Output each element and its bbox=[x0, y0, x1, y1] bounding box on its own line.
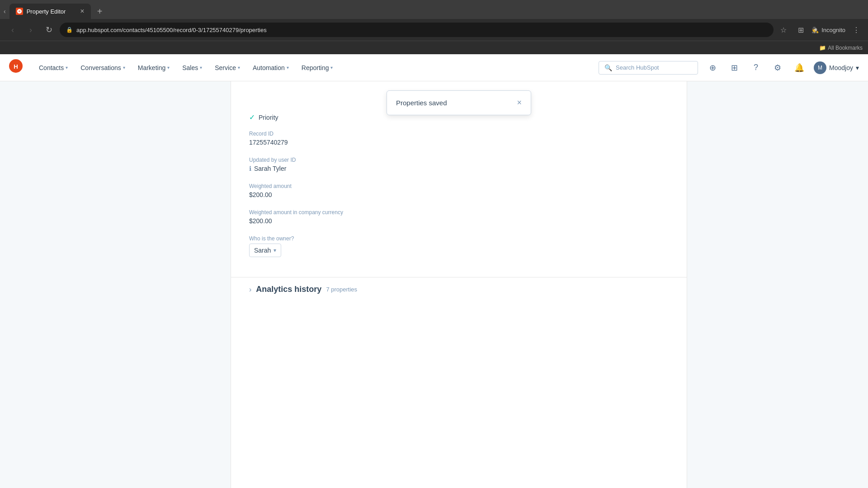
apps-icon[interactable]: ⊞ bbox=[727, 61, 741, 75]
tab-title: Property Editor bbox=[27, 8, 77, 15]
topnav-right: 🔍 ⊕ ⊞ ? ⚙ 🔔 M Moodjoy ▾ bbox=[599, 61, 859, 75]
analytics-count: 7 properties bbox=[326, 286, 357, 293]
hs-logo[interactable]: H bbox=[9, 59, 23, 76]
field-owner: Who is the owner? Sarah ▾ bbox=[249, 235, 669, 257]
nav-item-contacts[interactable]: Contacts ▾ bbox=[33, 61, 73, 75]
forward-btn[interactable]: › bbox=[24, 23, 38, 37]
notifications-icon[interactable]: 🔔 bbox=[792, 61, 807, 75]
owner-dropdown-arrow: ▾ bbox=[274, 247, 276, 253]
nav-item-conversations[interactable]: Conversations ▾ bbox=[75, 61, 131, 75]
checkmark-icon: ✓ bbox=[249, 113, 255, 122]
browser-chrome: ‹ Property Editor × + ‹ › ↻ 🔒 app.hubspo… bbox=[0, 0, 868, 54]
main-nav: Contacts ▾ Conversations ▾ Marketing ▾ S… bbox=[33, 61, 599, 75]
field-weighted-amount: Weighted amount $200.00 bbox=[249, 183, 669, 198]
tab-close-btn[interactable]: × bbox=[80, 8, 84, 15]
weighted-amount-value: $200.00 bbox=[249, 191, 669, 198]
record-id-label: Record ID bbox=[249, 131, 669, 137]
incognito-label: Incognito bbox=[821, 27, 845, 33]
field-weighted-amount-currency: Weighted amount in company currency $200… bbox=[249, 209, 669, 225]
analytics-title: Analytics history bbox=[256, 285, 321, 294]
weighted-amount-currency-value: $200.00 bbox=[249, 217, 669, 225]
analytics-header[interactable]: › Analytics history 7 properties bbox=[249, 285, 669, 294]
search-icon: 🔍 bbox=[604, 64, 612, 71]
nav-item-service[interactable]: Service ▾ bbox=[209, 61, 245, 75]
field-record-id: Record ID 17255740279 bbox=[249, 131, 669, 146]
nav-item-automation[interactable]: Automation ▾ bbox=[247, 61, 294, 75]
hubspot-app: H Contacts ▾ Conversations ▾ Marketing ▾… bbox=[0, 54, 868, 488]
updated-by-value: Sarah Tyler bbox=[254, 165, 286, 172]
owner-value: Sarah bbox=[254, 247, 271, 254]
search-input[interactable] bbox=[616, 64, 692, 71]
updated-by-label: Updated by user ID bbox=[249, 157, 669, 163]
weighted-amount-label: Weighted amount bbox=[249, 183, 669, 189]
conversations-chevron: ▾ bbox=[123, 65, 125, 70]
bookmarks-folder[interactable]: 📁 All Bookmarks bbox=[819, 45, 863, 51]
new-tab-btn[interactable]: + bbox=[94, 5, 106, 18]
toast-notification: Properties saved × bbox=[387, 90, 531, 115]
extension-btn[interactable]: ⊞ bbox=[794, 23, 807, 36]
analytics-chevron-icon: › bbox=[249, 286, 251, 294]
back-btn[interactable]: ‹ bbox=[5, 23, 20, 37]
reload-btn[interactable]: ↻ bbox=[42, 23, 56, 37]
service-chevron: ▾ bbox=[238, 65, 240, 70]
left-panel bbox=[0, 81, 231, 488]
owner-field: Sarah ▾ bbox=[249, 244, 669, 257]
sales-chevron: ▾ bbox=[200, 65, 202, 70]
incognito-badge: 🕵 Incognito bbox=[811, 27, 845, 33]
url-text: app.hubspot.com/contacts/45105500/record… bbox=[76, 27, 267, 33]
lock-icon: 🔒 bbox=[66, 27, 73, 33]
automation-chevron: ▾ bbox=[287, 65, 289, 70]
toast-close-btn[interactable]: × bbox=[517, 98, 522, 108]
help-icon[interactable]: ? bbox=[749, 61, 763, 75]
right-panel bbox=[687, 81, 868, 488]
owner-select[interactable]: Sarah ▾ bbox=[249, 244, 281, 257]
reporting-chevron: ▾ bbox=[330, 65, 333, 70]
tab-prev-btn[interactable]: ‹ bbox=[4, 8, 6, 15]
analytics-section: › Analytics history 7 properties bbox=[231, 277, 687, 301]
weighted-amount-currency-label: Weighted amount in company currency bbox=[249, 209, 669, 216]
field-updated-by: Updated by user ID ℹ Sarah Tyler bbox=[249, 157, 669, 172]
nav-item-marketing[interactable]: Marketing ▾ bbox=[132, 61, 175, 75]
svg-text:H: H bbox=[14, 63, 18, 70]
updated-by-value-row: ℹ Sarah Tyler bbox=[249, 165, 669, 172]
center-panel: Properties saved × ✓ Priority Record ID … bbox=[231, 81, 687, 488]
search-box[interactable]: 🔍 bbox=[599, 61, 698, 75]
menu-btn[interactable]: ⋮ bbox=[850, 23, 863, 36]
bookmarks-label: All Bookmarks bbox=[828, 45, 863, 51]
bookmark-star-btn[interactable]: ☆ bbox=[777, 23, 790, 36]
marketing-chevron: ▾ bbox=[167, 65, 170, 70]
user-menu[interactable]: M Moodjoy ▾ bbox=[814, 61, 859, 74]
user-name: Moodjoy bbox=[829, 64, 853, 71]
nav-item-reporting[interactable]: Reporting ▾ bbox=[296, 61, 339, 75]
user-avatar: M bbox=[814, 61, 826, 74]
contacts-chevron: ▾ bbox=[66, 65, 68, 70]
toast-message: Properties saved bbox=[396, 99, 447, 107]
tab-favicon bbox=[16, 8, 23, 15]
marketplace-icon[interactable]: ⊕ bbox=[705, 61, 720, 75]
nav-item-sales[interactable]: Sales ▾ bbox=[177, 61, 208, 75]
info-icon: ℹ bbox=[249, 165, 251, 172]
owner-label: Who is the owner? bbox=[249, 235, 669, 242]
priority-label: Priority bbox=[259, 114, 278, 121]
user-chevron: ▾ bbox=[856, 64, 859, 71]
record-id-value: 17255740279 bbox=[249, 139, 669, 146]
settings-icon[interactable]: ⚙ bbox=[770, 61, 785, 75]
browser-tab-active[interactable]: Property Editor × bbox=[9, 4, 91, 19]
topnav: H Contacts ▾ Conversations ▾ Marketing ▾… bbox=[0, 54, 868, 81]
main-content: Properties saved × ✓ Priority Record ID … bbox=[0, 81, 868, 488]
